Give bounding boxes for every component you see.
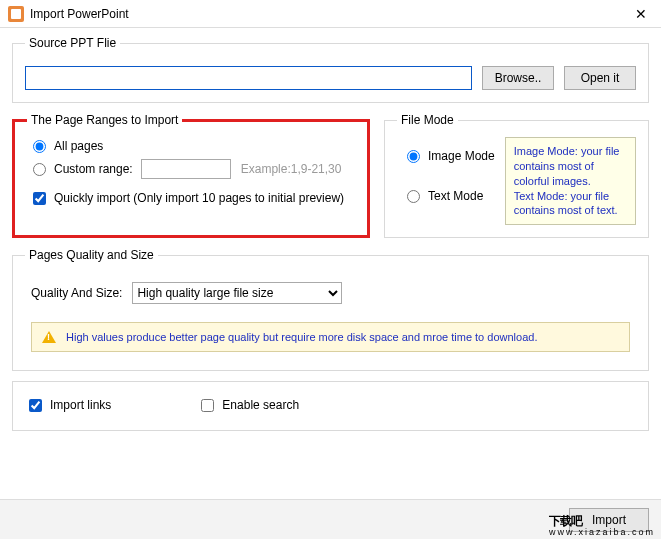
custom-range-option[interactable]: Custom range: Example:1,9-21,30 [33, 159, 355, 179]
quality-warning-text: High values produce better page quality … [66, 331, 537, 343]
quick-import-option[interactable]: Quickly import (Only import 10 pages to … [33, 191, 355, 205]
quality-label: Quality And Size: [31, 286, 122, 300]
enable-search-label: Enable search [222, 398, 299, 412]
import-links-label: Import links [50, 398, 111, 412]
custom-range-input[interactable] [141, 159, 231, 179]
text-mode-label: Text Mode [428, 189, 483, 203]
custom-range-label: Custom range: [54, 162, 133, 176]
options-group: Import links Enable search [12, 381, 649, 431]
open-button[interactable]: Open it [564, 66, 636, 90]
image-mode-radio[interactable] [407, 150, 420, 163]
all-pages-radio[interactable] [33, 140, 46, 153]
client-area: Source PPT Flie Browse.. Open it The Pag… [0, 28, 661, 539]
range-example: Example:1,9-21,30 [241, 162, 342, 176]
all-pages-option[interactable]: All pages [33, 139, 355, 153]
import-links-option[interactable]: Import links [29, 398, 111, 412]
quality-legend: Pages Quality and Size [25, 248, 158, 262]
ranges-legend: The Page Ranges to Import [27, 113, 182, 127]
quality-group: Pages Quality and Size Quality And Size:… [12, 248, 649, 371]
enable-search-option[interactable]: Enable search [201, 398, 299, 412]
import-button[interactable]: Import [569, 508, 649, 532]
app-icon [8, 6, 24, 22]
text-mode-radio[interactable] [407, 190, 420, 203]
quick-import-checkbox[interactable] [33, 192, 46, 205]
quick-import-label: Quickly import (Only import 10 pages to … [54, 191, 344, 205]
all-pages-label: All pages [54, 139, 103, 153]
dialog-footer: Import [0, 499, 661, 539]
image-mode-label: Image Mode [428, 149, 495, 163]
enable-search-checkbox[interactable] [201, 399, 214, 412]
custom-range-radio[interactable] [33, 163, 46, 176]
source-legend: Source PPT Flie [25, 36, 120, 50]
page-ranges-group: The Page Ranges to Import All pages Cust… [12, 113, 370, 238]
quality-select[interactable]: High quality large file size [132, 282, 342, 304]
import-links-checkbox[interactable] [29, 399, 42, 412]
file-mode-legend: File Mode [397, 113, 458, 127]
file-mode-description: Image Mode: your file contains most of c… [505, 137, 636, 225]
window-title: Import PowerPoint [30, 7, 621, 21]
source-path-input[interactable] [25, 66, 472, 90]
image-mode-option[interactable]: Image Mode [407, 149, 495, 163]
file-mode-group: File Mode Image Mode Text Mode Image Mod… [384, 113, 649, 238]
title-bar: Import PowerPoint ✕ [0, 0, 661, 28]
close-button[interactable]: ✕ [621, 0, 661, 28]
warning-icon [42, 331, 56, 343]
text-mode-option[interactable]: Text Mode [407, 189, 495, 203]
source-group: Source PPT Flie Browse.. Open it [12, 36, 649, 103]
quality-warning: High values produce better page quality … [31, 322, 630, 352]
browse-button[interactable]: Browse.. [482, 66, 554, 90]
